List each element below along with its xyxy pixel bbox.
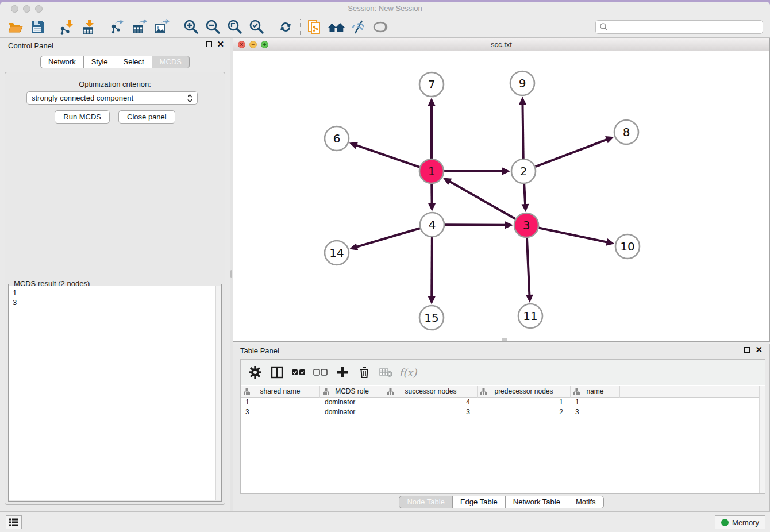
float-panel-icon[interactable] [206, 41, 212, 47]
export-table-icon[interactable] [129, 18, 151, 36]
close-panel-button[interactable]: Close panel [118, 110, 175, 124]
arrowhead-1-4 [428, 203, 436, 211]
table-settings-gear-icon[interactable] [245, 363, 265, 382]
open-icon[interactable] [5, 18, 26, 36]
table-scrollbar[interactable] [759, 386, 765, 493]
tab-motifs[interactable]: Motifs [568, 496, 604, 508]
search-input[interactable] [609, 21, 763, 33]
status-bar: Memory [0, 511, 770, 532]
select-all-icon[interactable] [289, 363, 309, 382]
edge-2-3[interactable] [524, 184, 525, 206]
canvas-scrollbar-grip[interactable] [502, 338, 507, 341]
column-header-MCDS-role[interactable]: MCDS role [320, 386, 384, 398]
column-type-icon [323, 388, 329, 395]
main-toolbar [0, 17, 770, 38]
column-header-successor-nodes[interactable]: successor nodes [384, 386, 478, 398]
mcds-result-value: 1 [13, 288, 217, 298]
memory-button[interactable]: Memory [715, 515, 765, 529]
table-header-row: shared nameMCDS rolesuccessor nodesprede… [241, 386, 759, 398]
node-label-10: 10 [620, 240, 634, 253]
cell-predecessor-nodes: 1 [478, 398, 571, 407]
home-icon[interactable] [326, 18, 348, 36]
arrowhead-4-14 [349, 243, 358, 250]
delete-column-trash-icon[interactable] [355, 363, 374, 382]
node-table-container: f(x) shared nameMCDS rolesuccessor nodes… [240, 359, 765, 494]
node-label-1: 1 [428, 164, 436, 178]
close-table-panel-icon[interactable]: ✕ [755, 347, 763, 353]
table-row[interactable]: 3dominator323 [241, 407, 759, 417]
edge-4-14[interactable] [355, 228, 420, 247]
cell-shared-name: 1 [241, 398, 320, 407]
zoom-in-icon[interactable] [180, 18, 202, 36]
mcds-result-text-area[interactable]: 13 [9, 286, 221, 500]
node-label-3: 3 [523, 218, 530, 232]
tab-style[interactable]: Style [84, 56, 116, 68]
node-table[interactable]: shared nameMCDS rolesuccessor nodesprede… [241, 386, 759, 493]
close-panel-icon[interactable]: ✕ [217, 41, 224, 47]
tab-network-table[interactable]: Network Table [506, 496, 568, 508]
save-icon[interactable] [26, 18, 48, 36]
tab-network[interactable]: Network [40, 56, 84, 68]
tab-select[interactable]: Select [116, 56, 152, 68]
arrowhead-3-10 [606, 238, 614, 246]
edge-3-1[interactable] [448, 180, 515, 219]
edge-2-9[interactable] [522, 102, 523, 159]
task-history-button[interactable] [6, 515, 22, 529]
zoom-fit-icon[interactable] [224, 18, 245, 36]
table-panel-title: Table Panel [240, 346, 279, 355]
add-column-icon[interactable] [333, 363, 352, 382]
show-columns-icon[interactable] [267, 363, 287, 382]
toolbar-separator [103, 19, 103, 35]
edge-3-10[interactable] [539, 228, 609, 243]
network-canvas[interactable]: 7968124314101511 [233, 51, 769, 341]
export-image-icon[interactable] [151, 18, 172, 36]
float-table-panel-icon[interactable] [744, 347, 750, 353]
cell-predecessor-nodes: 2 [478, 407, 571, 417]
column-header-name[interactable]: name [571, 386, 620, 398]
duplicate-network-icon[interactable] [304, 18, 326, 36]
import-network-icon[interactable] [56, 18, 78, 36]
edge-4-3[interactable] [445, 225, 507, 225]
network-window-titlebar[interactable]: × − + scc.txt [233, 38, 769, 51]
export-network-icon[interactable] [107, 18, 129, 36]
criterion-value: strongly connected component [32, 94, 187, 102]
tab-edge-table[interactable]: Edge Table [453, 496, 506, 508]
window-title: Session: New Session [0, 4, 770, 13]
tab-node-table[interactable]: Node Table [399, 496, 453, 508]
fx-label: f(x) [399, 367, 417, 379]
zoom-out-icon[interactable] [202, 18, 224, 36]
arrowhead-2-8 [605, 136, 614, 143]
arrowhead-1-6 [349, 142, 358, 149]
edge-4-15[interactable] [432, 237, 432, 299]
refresh-icon[interactable] [275, 18, 297, 36]
criterion-select[interactable]: strongly connected component [26, 91, 198, 105]
column-header-predecessor-nodes[interactable]: predecessor nodes [478, 386, 571, 398]
result-scrollbar[interactable] [215, 286, 221, 500]
run-mcds-button[interactable]: Run MCDS [55, 110, 110, 124]
arrowhead-2-9 [519, 97, 526, 105]
column-header-shared-name[interactable]: shared name [241, 386, 320, 398]
cell-MCDS-role: dominator [320, 407, 384, 417]
import-table-icon[interactable] [78, 18, 99, 36]
arrowhead-4-15 [428, 296, 436, 304]
show-hide-eye-icon[interactable] [369, 18, 391, 36]
table-row[interactable]: 1dominator411 [241, 398, 759, 407]
hide-visual-style-icon[interactable] [348, 18, 369, 36]
zoom-selected-icon[interactable] [245, 18, 267, 36]
arrowhead-4-3 [505, 221, 513, 229]
mcds-result-box: MCDS result (2 nodes) 13 [8, 284, 222, 502]
arrowhead-2-3 [522, 204, 529, 212]
mcds-result-value: 3 [13, 298, 217, 307]
function-builder-icon-disabled: f(x) [398, 363, 418, 382]
search-box[interactable] [595, 20, 763, 34]
app-window: Session: New Session [0, 2, 770, 532]
edge-1-6[interactable] [355, 145, 419, 167]
deselect-all-icon[interactable] [311, 363, 330, 382]
network-graph[interactable]: 7968124314101511 [233, 51, 769, 341]
edge-3-11[interactable] [527, 238, 530, 297]
node-label-6: 6 [333, 132, 341, 145]
network-window-title: scc.txt [233, 40, 769, 49]
edge-2-8[interactable] [536, 139, 609, 167]
tab-mcds[interactable]: MCDS [152, 56, 190, 68]
toolbar-separator [52, 19, 52, 35]
